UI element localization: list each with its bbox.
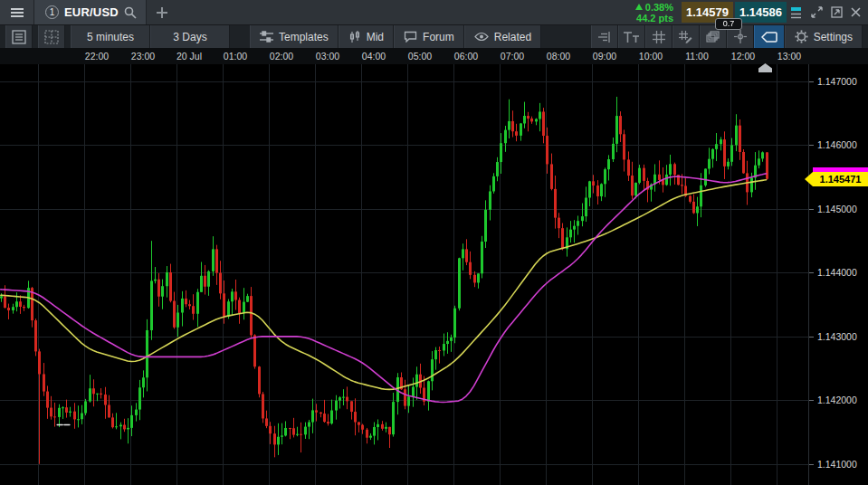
menu-button[interactable] [0,0,34,24]
price-axis-label: 1.146000 [817,139,857,150]
price-axis-label: 1.147000 [817,76,857,87]
time-axis-label: 13:00 [777,51,801,62]
price-label-toggle-icon [761,32,777,43]
price-axis-tick [809,209,814,210]
templates-sliders-icon [260,31,273,43]
settings-button[interactable]: Settings [785,25,863,48]
depth-scale-button[interactable] [591,25,618,48]
time-axis-label: 04:00 [362,51,386,62]
last-price-tag-arrow [805,172,813,186]
panel-stack-icon[interactable] [791,6,803,19]
time-axis-label: 05:00 [408,51,432,62]
price-axis-tick [809,464,814,465]
time-axis-label: 12:00 [731,51,755,62]
chart-area [0,64,808,485]
text-tool-button[interactable] [618,25,645,48]
grid-tool-button[interactable] [645,25,672,48]
price-axis-tick [809,272,814,273]
trading-app-window: 1 EUR/USD 0.38% 44.2 pts 1.14579 1.14586… [0,0,868,485]
price-label-toggle-button[interactable] [754,25,785,48]
hamburger-icon [10,7,24,18]
time-axis-label: 20 Jul [176,51,202,62]
price-axis-label: 1.142000 [817,395,857,405]
time-axis-label: 08:00 [547,51,570,62]
time-axis-label: 11:00 [685,51,709,62]
price-axis-tick [809,337,814,338]
forum-bubble-icon [404,31,417,43]
pop-out-icon[interactable] [831,6,843,18]
time-axis-label: 06:00 [454,51,478,62]
new-tab-icon [157,7,167,18]
close-icon[interactable] [851,7,861,17]
new-tab-button[interactable] [147,0,177,24]
time-axis-label: 22:00 [85,51,109,62]
price-axis-label: 1.141000 [817,459,857,470]
price-chart-canvas[interactable] [0,64,808,485]
mid-price-button[interactable]: Mid [339,25,394,48]
grid-layout-icon [44,30,59,44]
expand-icon[interactable] [811,6,823,18]
depth-scale-icon [597,31,611,43]
draw-tool-button[interactable] [672,25,700,48]
templates-button[interactable]: Templates [250,25,339,48]
grid-layout-button[interactable] [38,25,65,48]
price-axis-tick [809,400,814,401]
symbol-label: EUR/USD [64,5,119,19]
interval-dropdown[interactable]: 5 minutes [71,25,150,48]
time-axis-label: 23:00 [131,51,155,62]
forum-button[interactable]: Forum [394,25,464,48]
spread-badge: 0.7 [715,18,742,30]
titlebar-spacer [177,0,635,24]
range-dropdown[interactable]: 3 Days [150,25,230,48]
mid-candle-icon [348,31,361,43]
last-price-value: 1.145471 [813,172,868,186]
settings-label: Settings [814,31,853,43]
price-axis-tick [809,145,814,146]
time-axis-label: 09:00 [593,51,616,62]
cascade-windows-icon [706,31,720,43]
change-percent: 0.38% [645,2,673,13]
time-axis-label: 02:00 [270,51,293,62]
buy-price-button[interactable]: 1.14586 [735,2,787,23]
related-label: Related [494,31,531,43]
watchlist-button[interactable] [5,25,33,48]
forum-label: Forum [423,31,454,43]
price-axis-label: 1.144000 [817,267,857,278]
change-up-icon [635,4,643,10]
price-change-readout: 0.38% 44.2 pts [635,0,681,24]
chart-tab[interactable]: 1 EUR/USD [34,0,147,24]
search-icon[interactable] [124,6,137,19]
change-points: 44.2 pts [636,13,673,24]
crosshair-icon [734,30,747,43]
draw-tool-icon [679,31,692,43]
time-axis-label: 03:00 [316,51,339,62]
window-controls [787,0,868,24]
price-axis[interactable]: 1.1470001.1460001.1450001.1440001.143000… [808,64,868,485]
time-axis-label: 01:00 [224,51,247,62]
mid-label: Mid [367,31,384,43]
time-axis[interactable]: 22:0023:0020 Jul01:0002:0003:0004:0005:0… [0,49,868,64]
price-axis-tick [809,81,814,82]
related-eye-icon [474,32,489,42]
text-tool-icon [624,31,640,43]
templates-label: Templates [279,31,329,43]
price-axis-label: 1.143000 [817,331,857,342]
settings-gear-icon [795,30,808,43]
grid-tool-icon [653,31,665,43]
last-price-tag: 1.145471 [805,167,868,186]
watchlist-icon [12,30,26,44]
related-button[interactable]: Related [464,25,541,48]
time-axis-label: 07:00 [501,51,524,62]
chart-number-badge: 1 [45,5,59,19]
price-axis-label: 1.145000 [817,204,857,214]
time-axis-label: 10:00 [639,51,663,62]
titlebar: 1 EUR/USD 0.38% 44.2 pts 1.14579 1.14586… [0,0,868,25]
